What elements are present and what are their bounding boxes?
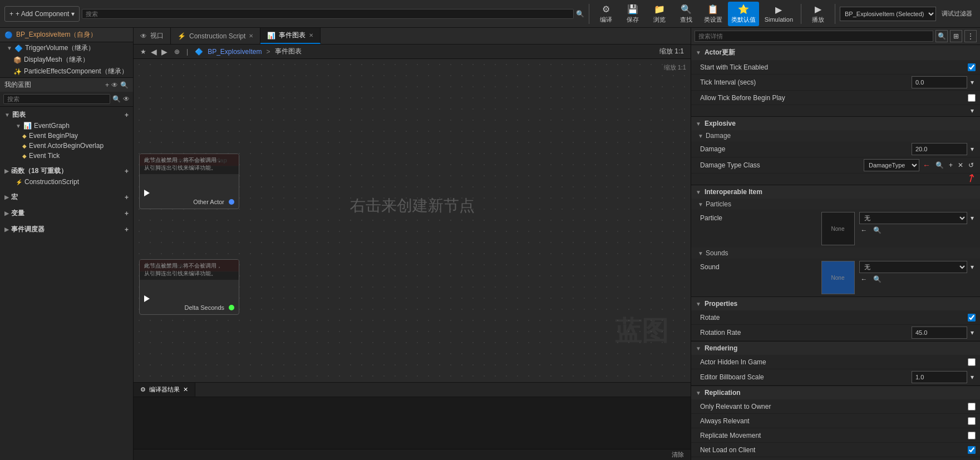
class-defaults-button[interactable]: ⭐ 类默认值 [728,2,759,26]
find-button[interactable]: 🔍 查找 [674,2,698,26]
damage-type-search-btn[interactable]: 🔍 [934,161,945,170]
particle-back-btn[interactable]: ← [859,226,869,235]
rendering-header[interactable]: ▼ Rendering [691,342,980,355]
event-actor-begin-overlap-item[interactable]: ◆ Event ActorBeginOverlap [4,141,129,151]
interoperable-item-header[interactable]: ▼ Interoperable Item [691,185,980,199]
eye-toggle-icon[interactable]: 👁 [123,95,130,103]
add-graph-icon[interactable]: + [125,111,129,119]
search-bp-icon[interactable]: 🔍 [120,81,129,89]
damage-subsection-header[interactable]: ▼ Damage [691,130,980,141]
my-blueprint-search[interactable] [3,94,110,104]
compile-button[interactable]: ⚙ 编译 [594,2,618,26]
functions-section-header[interactable]: ▶ 函数（18 可重载） + [4,165,129,177]
browse-button[interactable]: 📁 浏览 [647,2,672,26]
properties-header[interactable]: ▼ Properties [691,297,980,310]
add-variable-icon[interactable]: + [125,210,129,217]
tab-event-graph[interactable]: 📊 事件图表 ✕ [260,28,321,44]
construction-script-item[interactable]: ⚡ ConstructionScript [4,177,129,187]
explosive-header[interactable]: ▼ Explosive [691,117,980,130]
right-grid-button[interactable]: ⊞ [950,30,962,42]
exec-output-pin-2[interactable] [144,295,150,302]
tab-construction-script[interactable]: ⚡ BP_ExplosiveItem Construction Script ✕ [171,28,260,44]
actor-hidden-checkbox[interactable] [968,358,976,366]
damage-type-more-btn[interactable]: ↺ [967,161,976,170]
actor-update-expand-btn[interactable]: ▾ [969,106,976,115]
class-settings-button[interactable]: 📋 类设置 [701,2,726,26]
event-tick-item[interactable]: ◆ Event Tick [4,151,129,161]
tick-interval-input[interactable] [912,76,967,88]
right-more-button[interactable]: ⋮ [964,30,977,42]
actor-update-header[interactable]: ▼ Actor更新 [691,45,980,60]
right-search-button[interactable]: 🔍 [935,30,948,42]
net-load-client-checkbox[interactable] [968,446,976,454]
only-relevant-owner-checkbox[interactable] [968,403,976,410]
particle-search-btn[interactable]: 🔍 [871,226,883,235]
event-graph-item[interactable]: ▼ 📊 EventGraph [4,121,129,131]
sounds-label: Sounds [706,249,728,257]
damage-type-clear-btn[interactable]: ✕ [956,161,965,170]
damage-type-add-btn[interactable]: + [947,161,954,170]
billboard-scale-dropdown-btn[interactable]: ▾ [969,373,976,382]
exec-output-pin[interactable] [144,190,150,196]
debug-dropdown[interactable]: BP_ExplosiveItem (Selected) [840,7,936,21]
replication-header[interactable]: ▼ Replication [691,386,980,399]
right-search-input[interactable] [695,31,933,42]
play-icon: ▶ [815,4,821,14]
node-actor-begin-overlap[interactable]: ◆ Event ActorBeginOverlap 此节点被禁用，将不会被调用，… [139,154,239,209]
forward-nav-button[interactable]: ▶ [161,47,168,56]
clear-output-button[interactable]: 清除 [669,451,686,459]
event-graph-tab-close[interactable]: ✕ [309,32,313,38]
damage-type-navigate-btn[interactable]: ← [921,160,932,170]
construction-tab-close[interactable]: ✕ [249,33,253,39]
tree-item-particle-effects[interactable]: ✨ ParticleEffectsComponent（继承） [0,66,133,77]
particles-subsection-header[interactable]: ▼ Particles [691,199,980,210]
add-component-button[interactable]: + + Add Component ▾ [4,6,80,22]
replicate-movement-checkbox[interactable] [968,432,976,439]
sounds-subsection-header[interactable]: ▼ Sounds [691,248,980,259]
toolbar-search-input[interactable] [82,9,573,19]
variables-header[interactable]: ▶ 变量 + [4,207,129,219]
save-button[interactable]: 💾 保存 [620,2,645,26]
event-dispatchers-header[interactable]: ▶ 事件调度器 + [4,224,129,235]
start-tick-checkbox[interactable] [968,63,976,71]
event-begin-play-item[interactable]: ◆ Event BeginPlay [4,131,129,141]
blueprint-canvas[interactable]: 右击来创建新节点 缩放 1:1 蓝图 ◆ Event ActorBeginOve… [134,59,691,382]
macros-header[interactable]: ▶ 宏 + [4,191,129,203]
damage-dropdown-btn[interactable]: ▾ [969,145,976,154]
output-tab-close[interactable]: ✕ [183,386,188,393]
graph-section-header[interactable]: ▼ 图表 + [4,109,129,121]
other-actor-pin[interactable] [229,199,234,205]
add-graph-button[interactable]: + [105,81,109,89]
always-relevant-checkbox[interactable] [968,417,976,425]
mesh-icon: 📦 [13,56,22,64]
simulation-button[interactable]: ▶ Simulation [761,2,796,26]
tree-item-display-mesh[interactable]: 📦 DisplayMesh（继承） [0,54,133,66]
sound-dropdown[interactable]: 无 [859,261,968,273]
damage-input[interactable] [912,143,967,155]
rotation-rate-dropdown-btn[interactable]: ▾ [969,328,976,337]
damage-type-dropdown[interactable]: DamageType [864,159,919,171]
sound-back-btn[interactable]: ← [859,275,869,284]
particle-dropdown[interactable]: 无 [859,212,968,224]
rotate-checkbox[interactable] [968,314,976,321]
add-macro-icon[interactable]: + [125,194,129,201]
tick-interval-dropdown-btn[interactable]: ▾ [969,78,976,87]
compiler-results-tab[interactable]: ⚙ 编译器结果 ✕ [134,383,195,397]
debug-filter-button[interactable]: 调试过滤器 [938,2,976,26]
allow-tick-before-checkbox[interactable] [968,94,976,102]
eye-icon[interactable]: 👁 [111,81,118,89]
rotation-rate-input[interactable] [912,327,967,339]
sound-dropdown-expand[interactable]: ▾ [969,263,976,271]
tree-item-trigger-volume[interactable]: ▼ 🔷 TriggerVolume（继承） [0,42,133,54]
back-nav-button[interactable]: ◀ [151,47,157,56]
add-function-icon[interactable]: + [125,167,129,175]
sound-search-btn[interactable]: 🔍 [871,275,883,284]
breadcrumb-root[interactable]: BP_ExplosiveItem [208,48,262,56]
play-button[interactable]: ▶ 播放 [806,2,830,26]
add-dispatcher-icon[interactable]: + [125,226,129,234]
tab-viewport[interactable]: 👁 视口 [134,28,171,44]
particle-dropdown-expand[interactable]: ▾ [969,214,976,222]
delta-seconds-pin[interactable] [229,305,234,310]
billboard-scale-input[interactable] [912,371,967,383]
node-event-tick[interactable]: ◆ Event Tick 此节点被禁用，将不会被调用， 从引脚连出引线来编译功能… [139,259,239,315]
